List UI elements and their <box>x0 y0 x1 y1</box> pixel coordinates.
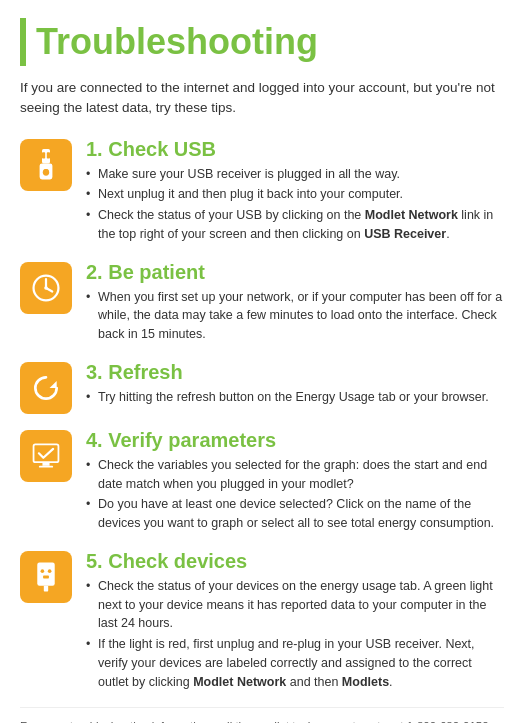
svg-rect-2 <box>42 152 45 158</box>
section-devices-title: 5. Check devices <box>86 549 504 573</box>
list-item: Do you have at least one device selected… <box>86 495 504 533</box>
section-verify-content: 4. Verify parameters Check the variables… <box>86 428 504 535</box>
title-bar: Troubleshooting <box>20 18 504 66</box>
section-refresh: 3. Refresh Try hitting the refresh butto… <box>20 360 504 414</box>
bold-modlet-network-2: Modlet Network <box>193 675 286 689</box>
svg-rect-18 <box>44 585 48 591</box>
svg-point-15 <box>41 569 45 573</box>
list-item: Make sure your USB receiver is plugged i… <box>86 165 504 184</box>
section-refresh-body: Try hitting the refresh button on the En… <box>86 388 504 407</box>
svg-rect-12 <box>42 462 49 466</box>
clock-icon <box>30 272 62 304</box>
usb-icon-box <box>20 139 72 191</box>
list-item: Try hitting the refresh button on the En… <box>86 388 504 407</box>
title-accent <box>20 18 26 66</box>
page-container: Troubleshooting If you are connected to … <box>0 0 524 723</box>
refresh-icon-box <box>20 362 72 414</box>
bold-usb-receiver: USB Receiver <box>364 227 446 241</box>
svg-point-16 <box>48 569 52 573</box>
monitor-icon <box>30 440 62 472</box>
device-icon <box>30 561 62 593</box>
list-item: Check the status of your devices on the … <box>86 577 504 633</box>
list-item: Next unplug it and then plug it back int… <box>86 185 504 204</box>
list-item: Check the variables you selected for the… <box>86 456 504 494</box>
section-refresh-content: 3. Refresh Try hitting the refresh butto… <box>86 360 504 409</box>
section-verify: 4. Verify parameters Check the variables… <box>20 428 504 535</box>
section-devices-content: 5. Check devices Check the status of you… <box>86 549 504 694</box>
usb-icon <box>30 149 62 181</box>
svg-rect-14 <box>37 562 54 585</box>
footer-text: For more troubleshooting information, ca… <box>20 707 504 723</box>
list-item: Check the status of your USB by clicking… <box>86 206 504 244</box>
bold-modlet-network: Modlet Network <box>365 208 458 222</box>
section-verify-body: Check the variables you selected for the… <box>86 456 504 533</box>
section-patient-title: 2. Be patient <box>86 260 504 284</box>
bold-modlets: Modlets <box>342 675 389 689</box>
list-item: If the light is red, first unplug and re… <box>86 635 504 691</box>
section-usb-content: 1. Check USB Make sure your USB receiver… <box>86 137 504 246</box>
patient-icon-box <box>20 262 72 314</box>
refresh-icon <box>30 372 62 404</box>
intro-text: If you are connected to the internet and… <box>20 78 504 119</box>
svg-point-9 <box>44 286 48 290</box>
svg-rect-13 <box>39 466 53 468</box>
section-patient-body: When you first set up your network, or i… <box>86 288 504 344</box>
section-usb-body: Make sure your USB receiver is plugged i… <box>86 165 504 244</box>
section-devices: 5. Check devices Check the status of you… <box>20 549 504 694</box>
svg-rect-11 <box>34 444 59 462</box>
section-refresh-title: 3. Refresh <box>86 360 504 384</box>
section-usb-title: 1. Check USB <box>86 137 504 161</box>
section-verify-title: 4. Verify parameters <box>86 428 504 452</box>
section-usb: 1. Check USB Make sure your USB receiver… <box>20 137 504 246</box>
section-patient: 2. Be patient When you first set up your… <box>20 260 504 346</box>
section-patient-content: 2. Be patient When you first set up your… <box>86 260 504 346</box>
verify-icon-box <box>20 430 72 482</box>
section-devices-body: Check the status of your devices on the … <box>86 577 504 692</box>
svg-rect-3 <box>47 152 50 158</box>
svg-rect-5 <box>44 169 47 175</box>
svg-rect-17 <box>43 575 49 578</box>
list-item: When you first set up your network, or i… <box>86 288 504 344</box>
devices-icon-box <box>20 551 72 603</box>
svg-marker-10 <box>50 381 57 388</box>
page-title: Troubleshooting <box>36 22 318 62</box>
